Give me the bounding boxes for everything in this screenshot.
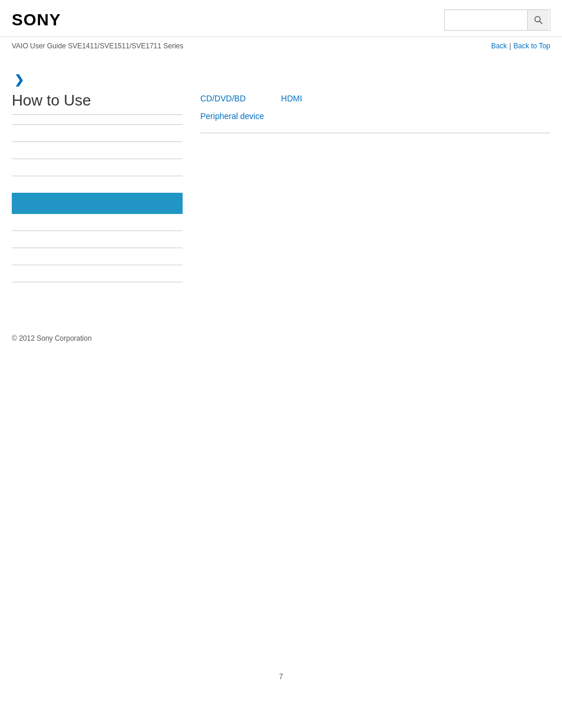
peripheral-device-link[interactable]: Peripheral device xyxy=(200,111,264,121)
sidebar-item-line-5 xyxy=(12,230,183,231)
nav-separator: | xyxy=(509,42,511,50)
copyright: © 2012 Sony Corporation xyxy=(12,334,92,342)
header: SONY xyxy=(0,0,562,37)
sidebar-item-line-2 xyxy=(12,141,183,142)
sidebar-item-line-3 xyxy=(12,159,183,159)
svg-point-0 xyxy=(535,17,540,22)
back-to-top-link[interactable]: Back to Top xyxy=(514,42,550,50)
sidebar-item-line-8 xyxy=(12,282,183,282)
back-link[interactable]: Back xyxy=(491,42,507,50)
content-layout: How to Use CD/DVD/BD HDMI Peripheral dev… xyxy=(12,91,550,299)
sidebar-item-line-1 xyxy=(12,124,183,125)
search-icon xyxy=(534,15,543,25)
main-panel: CD/DVD/BD HDMI Peripheral device xyxy=(200,91,550,299)
breadcrumb: VAIO User Guide SVE1411/SVE1511/SVE1711 … xyxy=(12,42,183,50)
sidebar-item-line-7 xyxy=(12,265,183,265)
svg-line-1 xyxy=(540,21,543,24)
search-button[interactable] xyxy=(527,10,548,30)
sidebar-item-line-6 xyxy=(12,248,183,248)
sidebar-highlight xyxy=(12,193,183,214)
sidebar: How to Use xyxy=(12,91,183,299)
search-box xyxy=(444,9,550,31)
chevron-section: ❯ xyxy=(12,67,550,91)
sidebar-item-line-4 xyxy=(12,176,183,176)
nav-bar: VAIO User Guide SVE1411/SVE1511/SVE1711 … xyxy=(0,37,562,55)
main-content: ❯ How to Use CD/DVD/BD HDMI Peripheral d… xyxy=(0,55,562,311)
links-row-2: Peripheral device xyxy=(200,111,550,121)
page-number: 7 xyxy=(0,661,562,693)
nav-bar-right: Back | Back to Top xyxy=(491,42,550,50)
links-row-1: CD/DVD/BD HDMI xyxy=(200,94,550,103)
panel-divider xyxy=(200,133,550,133)
search-input[interactable] xyxy=(445,14,527,27)
chevron-icon: ❯ xyxy=(14,73,24,87)
sidebar-title: How to Use xyxy=(12,91,183,115)
sony-logo: SONY xyxy=(12,11,61,29)
hdmi-link[interactable]: HDMI xyxy=(281,94,302,103)
footer: © 2012 Sony Corporation xyxy=(0,311,562,354)
cd-dvd-bd-link[interactable]: CD/DVD/BD xyxy=(200,94,246,103)
